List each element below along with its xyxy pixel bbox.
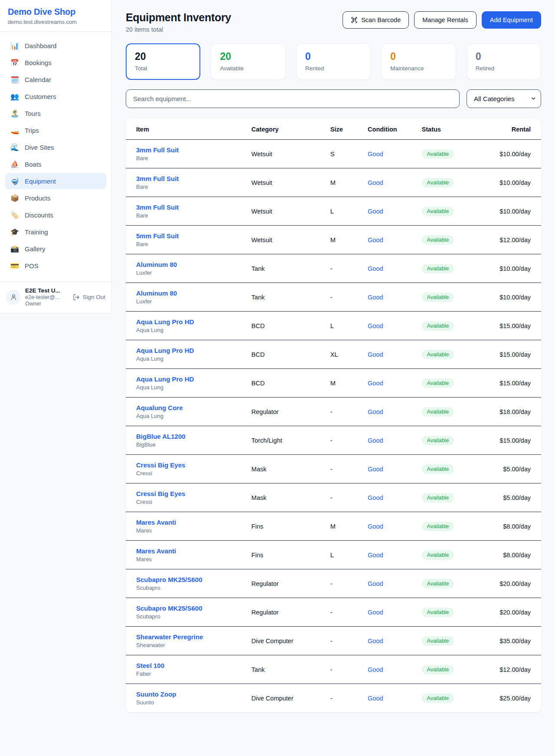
item-brand: Scubapro — [136, 585, 241, 591]
item-name-link[interactable]: 3mm Full Suit — [136, 146, 241, 154]
status-cell: Available — [417, 627, 479, 655]
sidebar-item-boats[interactable]: ⛵ Boats — [5, 156, 106, 172]
category-cell: Regulator — [246, 569, 325, 598]
customers-icon: 👥 — [10, 92, 19, 101]
sidebar-item-dive-sites[interactable]: 🌊 Dive Sites — [5, 139, 106, 155]
condition-link[interactable]: Good — [368, 666, 383, 673]
item-name-link[interactable]: Scubapro MK25/S600 — [136, 605, 241, 612]
item-brand: BigBlue — [136, 441, 241, 448]
stat-card-total[interactable]: 20 Total — [126, 43, 200, 80]
manage-rentals-button[interactable]: Manage Rentals — [414, 11, 477, 29]
status-cell: Available — [417, 254, 479, 283]
rental-cell: $15.00/day — [479, 369, 541, 398]
category-cell: Dive Computer — [246, 684, 325, 713]
sidebar-item-bookings[interactable]: 📅 Bookings — [5, 55, 106, 71]
size-cell: S — [325, 140, 362, 168]
shop-domain: demo.test.divestreams.com — [8, 19, 104, 25]
condition-link[interactable]: Good — [368, 494, 383, 501]
item-brand: Aqua Lung — [136, 413, 241, 419]
item-name-link[interactable]: Cressi Big Eyes — [136, 461, 241, 469]
sidebar-item-customers[interactable]: 👥 Customers — [5, 89, 106, 105]
stat-card-maintenance[interactable]: 0 Maintenance — [381, 43, 456, 80]
sidebar-item-products[interactable]: 📦 Products — [5, 190, 106, 206]
condition-link[interactable]: Good — [368, 380, 383, 387]
condition-link[interactable]: Good — [368, 408, 383, 415]
item-name-link[interactable]: Mares Avanti — [136, 547, 241, 555]
stat-card-available[interactable]: 20 Available — [211, 43, 285, 80]
sidebar-item-calendar[interactable]: 🗓️ Calendar — [5, 72, 106, 88]
status-badge: Available — [422, 407, 454, 417]
item-name-link[interactable]: Scubapro MK25/S600 — [136, 576, 241, 583]
condition-link[interactable]: Good — [368, 351, 383, 358]
item-name-link[interactable]: Aqua Lung Pro HD — [136, 347, 241, 354]
sidebar-item-label: Bookings — [25, 59, 52, 66]
item-name-link[interactable]: 3mm Full Suit — [136, 175, 241, 182]
condition-link[interactable]: Good — [368, 151, 383, 158]
item-name-link[interactable]: Steel 100 — [136, 662, 241, 669]
sign-out-button[interactable]: Sign Out — [73, 294, 105, 301]
condition-link[interactable]: Good — [368, 265, 383, 272]
item-brand: Mares — [136, 527, 241, 534]
sidebar-item-training[interactable]: 🎓 Training — [5, 224, 106, 240]
status-cell: Available — [417, 512, 479, 541]
status-cell: Available — [417, 340, 479, 369]
add-equipment-button[interactable]: Add Equipment — [482, 11, 541, 29]
item-name-link[interactable]: Shearwater Peregrine — [136, 633, 241, 641]
condition-link[interactable]: Good — [368, 237, 383, 243]
scan-barcode-button[interactable]: Scan Barcode — [343, 11, 409, 29]
condition-link[interactable]: Good — [368, 695, 383, 702]
table-row: Aluminum 80 Luxfer Tank - Good Available… — [126, 254, 541, 283]
sidebar-item-dashboard[interactable]: 📊 Dashboard — [5, 38, 106, 54]
status-cell: Available — [417, 684, 479, 713]
category-cell: Torch/Light — [246, 426, 325, 455]
item-cell: 5mm Full Suit Bare — [126, 226, 246, 254]
item-name-link[interactable]: Aluminum 80 — [136, 261, 241, 268]
sidebar-item-trips[interactable]: 🚤 Trips — [5, 122, 106, 138]
table-row: Cressi Big Eyes Cressi Mask - Good Avail… — [126, 483, 541, 512]
size-cell: - — [325, 483, 362, 512]
table-row: Cressi Big Eyes Cressi Mask - Good Avail… — [126, 455, 541, 483]
condition-link[interactable]: Good — [368, 523, 383, 530]
discounts-icon: 🏷️ — [10, 211, 19, 219]
avatar — [6, 290, 21, 305]
stat-label: Maintenance — [390, 65, 447, 72]
products-icon: 📦 — [10, 194, 19, 202]
condition-link[interactable]: Good — [368, 638, 383, 644]
condition-link[interactable]: Good — [368, 437, 383, 444]
item-name-link[interactable]: Aqualung Core — [136, 404, 241, 411]
rental-cell: $5.00/day — [479, 483, 541, 512]
sidebar-item-discounts[interactable]: 🏷️ Discounts — [5, 207, 106, 223]
item-name-link[interactable]: Suunto Zoop — [136, 690, 241, 698]
condition-link[interactable]: Good — [368, 609, 383, 616]
condition-link[interactable]: Good — [368, 179, 383, 186]
item-name-link[interactable]: Aqua Lung Pro HD — [136, 375, 241, 383]
condition-link[interactable]: Good — [368, 580, 383, 587]
page-header: Equipment Inventory 20 items total Scan … — [126, 11, 541, 33]
condition-link[interactable]: Good — [368, 466, 383, 473]
item-name-link[interactable]: 3mm Full Suit — [136, 204, 241, 211]
rental-cell: $10.00/day — [479, 254, 541, 283]
sidebar-item-tours[interactable]: 🏝️ Tours — [5, 105, 106, 122]
category-select[interactable]: All Categories — [467, 89, 541, 108]
rental-cell: $18.00/day — [479, 398, 541, 426]
condition-link[interactable]: Good — [368, 322, 383, 329]
item-name-link[interactable]: Aqua Lung Pro HD — [136, 318, 241, 325]
sidebar-item-gallery[interactable]: 📸 Gallery — [5, 241, 106, 257]
status-cell: Available — [417, 483, 479, 512]
sidebar-item-pos[interactable]: 💳 POS — [5, 258, 106, 274]
condition-link[interactable]: Good — [368, 208, 383, 215]
search-input[interactable] — [126, 89, 460, 108]
item-name-link[interactable]: BigBlue AL1200 — [136, 433, 241, 440]
stat-card-rented[interactable]: 0 Rented — [296, 43, 371, 80]
item-name-link[interactable]: Mares Avanti — [136, 519, 241, 526]
status-badge: Available — [422, 493, 454, 503]
rental-cell: $8.00/day — [479, 541, 541, 569]
item-name-link[interactable]: 5mm Full Suit — [136, 232, 241, 240]
condition-link[interactable]: Good — [368, 552, 383, 559]
stat-card-retired[interactable]: 0 Retired — [467, 43, 541, 80]
size-cell: M — [325, 226, 362, 254]
item-name-link[interactable]: Cressi Big Eyes — [136, 490, 241, 497]
item-name-link[interactable]: Aluminum 80 — [136, 289, 241, 297]
condition-link[interactable]: Good — [368, 294, 383, 301]
sidebar-item-equipment[interactable]: 🤿 Equipment — [5, 173, 106, 189]
